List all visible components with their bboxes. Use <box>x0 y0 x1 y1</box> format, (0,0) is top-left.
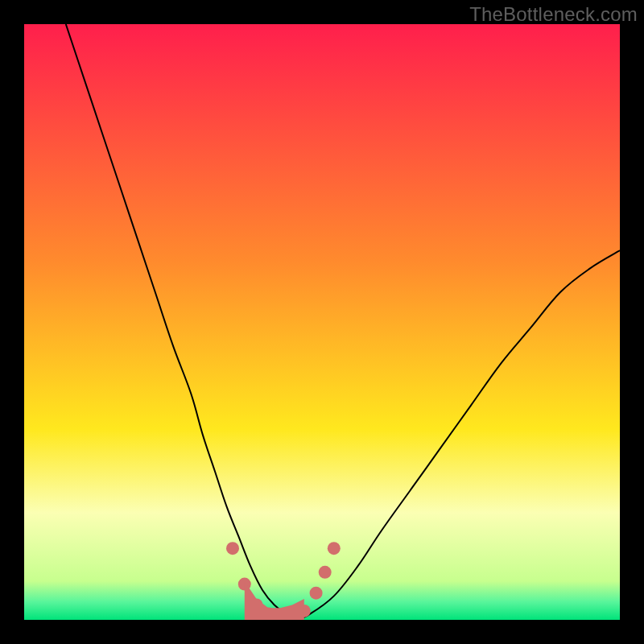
chart-frame: TheBottleneck.com <box>0 0 644 644</box>
highlight-markers-point <box>328 542 341 555</box>
watermark-text: TheBottleneck.com <box>469 3 638 26</box>
chart-background <box>24 24 620 620</box>
highlight-markers-point <box>226 542 239 555</box>
highlight-markers-point <box>319 566 332 579</box>
highlight-markers-point <box>310 587 323 600</box>
bottleneck-chart <box>24 24 620 620</box>
